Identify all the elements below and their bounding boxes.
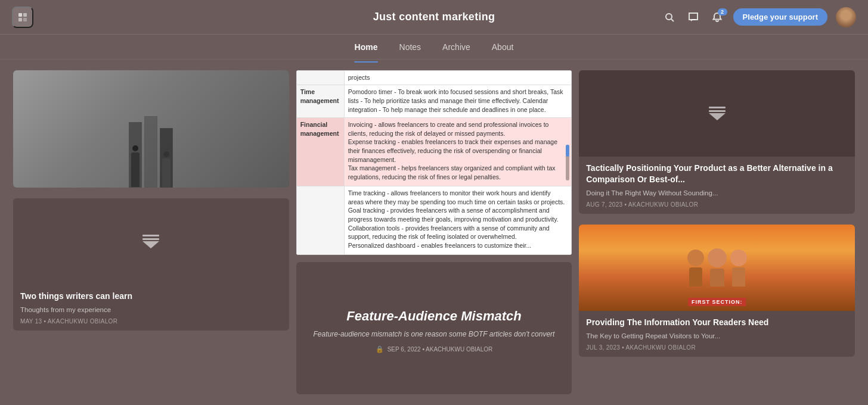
card2-title: Two things writers can learn (20, 291, 282, 302)
header: Just content marketing 2 Pledge your sup… (0, 0, 868, 35)
site-title: Just content marketing (373, 11, 495, 23)
card-two-things[interactable]: Two things writers can learn Thoughts fr… (13, 198, 289, 331)
card-tactically[interactable]: Tactically Positioning Your Product as a… (579, 70, 855, 214)
feature-title: Feature-Audience Mismatch (346, 309, 521, 324)
card2-meta: MAY 13 • AKACHUKWU OBIALOR (20, 318, 282, 325)
card3-subtitle: Doing it The Right Way Without Sounding.… (586, 188, 848, 198)
table-cell-key (296, 186, 344, 254)
svg-rect-3 (23, 18, 27, 21)
nav-item-notes[interactable]: Notes (389, 38, 432, 57)
notification-badge: 2 (718, 8, 727, 15)
feature-meta-text: SEP 6, 2022 • AKACHUKWU OBIALOR (388, 346, 493, 353)
svg-rect-1 (23, 13, 27, 17)
avatar-image (836, 7, 856, 27)
table-cell-val: Pomodoro timer - To break work into focu… (344, 85, 572, 118)
feature-meta: 🔒 SEP 6, 2022 • AKACHUKWU OBIALOR (376, 345, 493, 353)
disney-first-section-label: FIRST SECTION: (688, 298, 746, 306)
avatar[interactable] (836, 7, 856, 27)
bookmark-icon (142, 235, 159, 248)
card2-image (13, 198, 289, 285)
feature-card[interactable]: Feature-Audience Mismatch Feature-audien… (296, 262, 572, 394)
table-row: Timemanagement Pomodoro timer - To break… (296, 85, 572, 118)
svg-rect-2 (18, 18, 22, 21)
door-silhouette (129, 70, 173, 188)
navigation: Home Notes Archive About (0, 35, 868, 60)
search-button[interactable] (662, 10, 677, 25)
svg-line-5 (671, 19, 674, 21)
table-row: projects (296, 71, 572, 85)
logo-icon (17, 11, 29, 23)
svg-rect-0 (18, 13, 22, 17)
message-icon (688, 12, 699, 23)
card4-meta: JUL 3, 2023 • AKACHUKWU OBIALOR (586, 344, 848, 351)
card3-content: Tactically Positioning Your Product as a… (579, 157, 855, 214)
notifications-button[interactable]: 2 (709, 10, 725, 25)
table-cell-key (296, 71, 344, 85)
logo-button[interactable] (12, 7, 33, 28)
main-grid: Using content to influence switching cos… (0, 60, 868, 405)
table-cell-key: Timemanagement (296, 85, 344, 118)
svg-point-4 (666, 14, 672, 20)
feature-subtitle: Feature-audience mismatch is one reason … (314, 330, 555, 338)
lock-icon: 🔒 (376, 345, 384, 353)
card2-subtitle: Thoughts from my experience (20, 305, 282, 314)
card3-title: Tactically Positioning Your Product as a… (586, 163, 848, 185)
nav-item-home[interactable]: Home (344, 38, 389, 57)
right-column: Tactically Positioning Your Product as a… (575, 67, 858, 398)
content-table: projects Timemanagement Pomodoro timer -… (296, 70, 572, 255)
nav-item-archive[interactable]: Archive (432, 38, 481, 57)
disney-faces (687, 248, 747, 286)
table-row: Time tracking - allows freelancers to mo… (296, 186, 572, 254)
pledge-button[interactable]: Pledge your support (733, 8, 827, 26)
table-cell-key-financial: Financialmanagement (296, 117, 344, 186)
bookmark-icon-right (709, 107, 726, 120)
card-using-content[interactable]: Using content to influence switching cos… (13, 70, 289, 188)
nav-item-about[interactable]: About (481, 38, 525, 57)
header-left (12, 7, 33, 28)
card-providing[interactable]: FIRST SECTION: Providing The Information… (579, 225, 855, 357)
table-cell-val-financial: Invoicing - allows freelancers to create… (344, 117, 572, 186)
center-column: projects Timemanagement Pomodoro timer -… (293, 67, 576, 398)
card4-image: FIRST SECTION: (579, 225, 855, 311)
search-icon (664, 12, 675, 23)
scroll-thumb (566, 145, 569, 157)
table-card[interactable]: projects Timemanagement Pomodoro timer -… (296, 70, 572, 255)
card3-meta: AUG 7, 2023 • AKACHUKWU OBIALOR (586, 201, 848, 208)
scroll-indicator[interactable] (566, 145, 569, 180)
card2-content: Two things writers can learn Thoughts fr… (13, 285, 289, 331)
messages-button[interactable] (686, 10, 701, 25)
card4-subtitle: The Key to Getting Repeat Visitors to Yo… (586, 331, 848, 341)
card1-image (13, 70, 289, 188)
card4-content: Providing The Information Your Readers N… (579, 311, 855, 357)
left-column: Using content to influence switching cos… (10, 67, 293, 398)
card4-title: Providing The Information Your Readers N… (586, 317, 848, 328)
table-cell-val: projects (344, 71, 572, 85)
table-cell-val: Time tracking - allows freelancers to mo… (344, 186, 572, 254)
header-right: 2 Pledge your support (662, 7, 856, 27)
card3-image (579, 70, 855, 157)
table-wrapper: projects Timemanagement Pomodoro timer -… (293, 67, 576, 258)
table-row-highlight: Financialmanagement Invoicing - allows f… (296, 117, 572, 186)
